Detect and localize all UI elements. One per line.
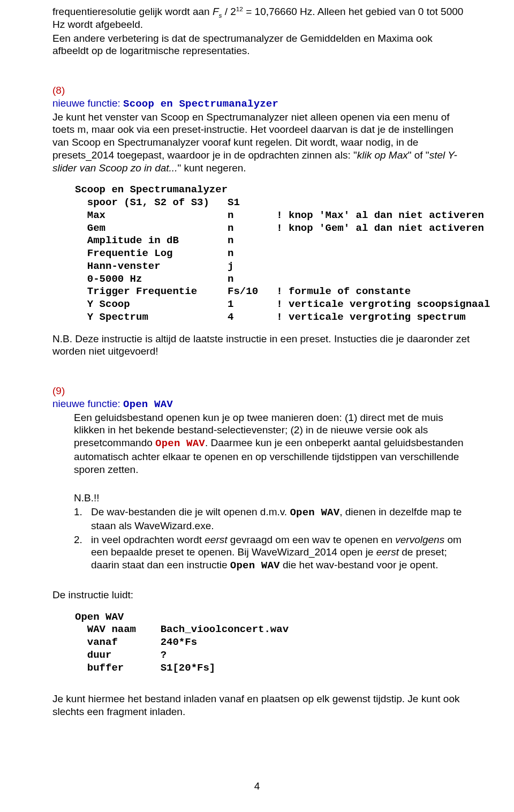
- section-9-instr-lead: De instructie luidt:: [52, 589, 471, 602]
- section-9-list: 1. De wav-bestanden die je wilt openen d…: [74, 506, 471, 573]
- emphasis: eerst: [376, 546, 399, 558]
- var-fs: Fs: [213, 6, 222, 17]
- text: in veel opdrachten wordt: [91, 534, 205, 545]
- inline-command: Open WAV: [230, 560, 280, 572]
- emphasis: vervolgens: [395, 534, 444, 545]
- paragraph-intro-2: Een andere verbetering is dat de spectru…: [52, 32, 471, 58]
- section-9-title: nieuwe functie: Open WAV: [52, 397, 471, 411]
- emphasis: eerst: [205, 534, 227, 545]
- section-9-title-lead: nieuwe functie:: [52, 398, 120, 409]
- section-8-code: Scoop en Spectrumanalyzer spoor (S1, S2 …: [75, 184, 471, 324]
- list-number: 1.: [74, 506, 91, 518]
- section-8-title: nieuwe functie: Scoop en Spectrumanalyze…: [52, 97, 471, 111]
- superscript: 12: [236, 5, 243, 12]
- section-9-body: Een geluidsbestand openen kun je op twee…: [74, 411, 471, 476]
- text: " of ": [408, 149, 429, 161]
- section-9-tail: Je kunt hiermee het bestand inladen vana…: [52, 693, 471, 718]
- list-number: 2.: [74, 533, 91, 546]
- page-number: 4: [0, 780, 514, 793]
- section-9-number: (9): [52, 385, 471, 397]
- section-9-nb-lead: N.B.!!: [74, 492, 471, 505]
- document-page: frequentieresolutie gelijk wordt aan Fs …: [0, 0, 514, 718]
- text: die het wav-bestand voor je opent.: [280, 559, 439, 570]
- list-text: in veel opdrachten wordt eerst gevraagd …: [91, 533, 471, 573]
- section-8-number: (8): [52, 84, 471, 97]
- section-8-title-name: Scoop en Spectrumanalyzer: [123, 98, 278, 110]
- text: " kunt negeren.: [177, 162, 246, 174]
- list-item: 2. in veel opdrachten wordt eerst gevraa…: [74, 533, 471, 573]
- list-item: 1. De wav-bestanden die je wilt openen d…: [74, 506, 471, 532]
- section-8-body: Je kunt het venster van Scoop en Spectru…: [52, 111, 471, 175]
- text: frequentieresolutie gelijk wordt aan: [52, 6, 213, 17]
- paragraph-intro-1: frequentieresolutie gelijk wordt aan Fs …: [52, 5, 471, 31]
- text: De wav-bestanden die je wilt openen d.m.…: [91, 506, 290, 517]
- section-9-title-name: Open WAV: [123, 399, 173, 410]
- text: Deze instructie is altijd de laatste ins…: [52, 333, 470, 357]
- text: F: [213, 6, 219, 17]
- nb-lead: N.B.: [52, 333, 72, 344]
- emphasis: klik op Max: [357, 149, 408, 161]
- section-9-code: Open WAV WAV naam Bach_vioolconcert.wav …: [75, 611, 471, 675]
- text: / 2: [222, 6, 236, 17]
- inline-command: Open WAV: [155, 438, 205, 449]
- inline-command: Open WAV: [290, 507, 339, 518]
- list-text: De wav-bestanden die je wilt openen d.m.…: [91, 506, 471, 532]
- section-8-title-lead: nieuwe functie:: [52, 97, 120, 109]
- text: gevraagd om een wav te openen en: [228, 534, 396, 545]
- section-8-nb: N.B. Deze instructie is altijd de laatst…: [52, 333, 471, 358]
